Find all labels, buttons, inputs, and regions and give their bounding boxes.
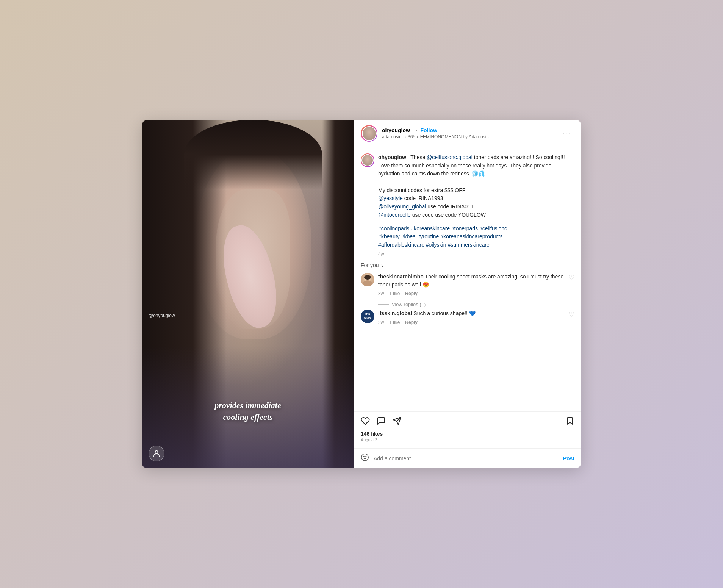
main-comment-meta: 4w bbox=[378, 252, 574, 257]
main-commenter-avatar-inner bbox=[362, 154, 374, 166]
svg-point-2 bbox=[363, 280, 372, 286]
for-you-label: For you bbox=[361, 262, 379, 268]
comment-1-heart-icon[interactable]: ♡ bbox=[568, 273, 574, 282]
follow-button[interactable]: Follow bbox=[421, 127, 437, 133]
comment-row-2: IT.SSKIN itsskin.global Such a curious s… bbox=[361, 310, 574, 325]
hair-top bbox=[184, 120, 322, 189]
emoji-button[interactable] bbox=[361, 453, 369, 464]
comment-2-content: itsskin.global Such a curious shape!! 💙 … bbox=[378, 310, 565, 325]
main-comment-age: 4w bbox=[378, 252, 384, 257]
action-bar: 146 likes August 2 bbox=[354, 411, 581, 448]
commenter-1-avatar[interactable] bbox=[361, 273, 374, 286]
comment-2-meta: 3w 1 like Reply bbox=[378, 320, 565, 325]
content-panel: ohyouglow_ · Follow adamusic_ · 365 x FE… bbox=[354, 120, 581, 468]
mention-yesstyle[interactable]: @yesstyle bbox=[378, 195, 403, 201]
view-replies-line bbox=[378, 304, 389, 305]
likes-count: 146 likes bbox=[361, 431, 574, 437]
profile-icon[interactable] bbox=[149, 446, 164, 461]
svg-point-0 bbox=[155, 451, 158, 454]
header-info: ohyouglow_ · Follow adamusic_ · 365 x FE… bbox=[382, 127, 555, 139]
poster-username[interactable]: ohyouglow_ bbox=[382, 127, 413, 133]
media-image: provides immediate cooling effects @ohyo… bbox=[142, 120, 354, 468]
mention-oliveyoung[interactable]: @oliveyoung_global bbox=[378, 203, 426, 210]
more-button[interactable]: ··· bbox=[560, 128, 574, 139]
svg-point-6 bbox=[362, 454, 368, 461]
post-date: August 2 bbox=[361, 438, 574, 442]
comment-1-age: 3w bbox=[378, 291, 384, 296]
comment-1-reply-btn[interactable]: Reply bbox=[405, 291, 418, 296]
header-sub: adamusic_ · 365 x FEMINONOMENON by Adamu… bbox=[382, 134, 555, 139]
comment-button[interactable] bbox=[377, 416, 386, 428]
post-container: provides immediate cooling effects @ohyo… bbox=[142, 120, 581, 468]
main-username[interactable]: ohyouglow_ bbox=[378, 154, 409, 160]
comment-input[interactable] bbox=[374, 455, 559, 461]
mention-cellfusionc[interactable]: @cellfusionc.global bbox=[427, 154, 473, 160]
video-caption: provides immediate cooling effects bbox=[142, 400, 354, 423]
comment-1-content: theskincarebimbo Their cooling sheet mas… bbox=[378, 273, 565, 296]
commenter-2-avatar[interactable]: IT.SSKIN bbox=[361, 310, 374, 323]
comment-1-meta: 3w 1 like Reply bbox=[378, 291, 565, 296]
comment-2-text: itsskin.global Such a curious shape!! 💙 bbox=[378, 310, 565, 317]
commenter-2-username[interactable]: itsskin.global bbox=[378, 310, 412, 316]
username-row: ohyouglow_ · Follow bbox=[382, 127, 555, 133]
comment-1-likes: 1 like bbox=[389, 291, 400, 296]
main-comment-text: ohyouglow_ These @cellfusionc.global ton… bbox=[378, 153, 574, 219]
share-button[interactable] bbox=[393, 416, 402, 428]
hashtags-text: #coolingpads #koreanskincare #tonerpads … bbox=[378, 225, 507, 248]
main-commenter-avatar[interactable] bbox=[361, 153, 374, 167]
comment-1-text: theskincarebimbo Their cooling sheet mas… bbox=[378, 273, 565, 289]
comment-input-bar: Post bbox=[354, 448, 581, 468]
bookmark-button[interactable] bbox=[565, 416, 574, 428]
for-you-row[interactable]: For you ∨ bbox=[361, 262, 574, 268]
comment-2-likes: 1 like bbox=[389, 320, 400, 325]
mention-intocoreelle[interactable]: @intocoreelle bbox=[378, 212, 411, 218]
poster-avatar-face bbox=[363, 127, 376, 140]
dot-separator: · bbox=[416, 127, 418, 133]
poster-avatar bbox=[362, 126, 377, 141]
main-comment: ohyouglow_ These @cellfusionc.global ton… bbox=[361, 153, 574, 257]
post-comment-button[interactable]: Post bbox=[563, 455, 574, 461]
commenter-1-avatar-face bbox=[361, 273, 374, 286]
for-you-arrow: ∨ bbox=[381, 263, 384, 268]
action-icons-row bbox=[361, 416, 574, 428]
comment-2-age: 3w bbox=[378, 320, 384, 325]
view-replies-1[interactable]: View replies (1) bbox=[378, 302, 574, 307]
commenter-1-username[interactable]: theskincarebimbo bbox=[378, 274, 424, 280]
comment-row-1: theskincarebimbo Their cooling sheet mas… bbox=[361, 273, 574, 296]
svg-point-3 bbox=[364, 275, 371, 280]
media-panel: provides immediate cooling effects @ohyo… bbox=[142, 120, 354, 468]
commenter-2-avatar-face: IT.SSKIN bbox=[361, 310, 374, 323]
like-button[interactable] bbox=[361, 416, 370, 428]
view-replies-label: View replies (1) bbox=[392, 302, 426, 307]
poster-avatar-ring[interactable] bbox=[361, 125, 377, 142]
comment-2-heart-icon[interactable]: ♡ bbox=[568, 310, 574, 319]
watermark: @ohyouglow_ bbox=[149, 313, 177, 318]
post-header: ohyouglow_ · Follow adamusic_ · 365 x FE… bbox=[354, 120, 581, 147]
hashtags-block: #coolingpads #koreanskincare #tonerpads … bbox=[378, 225, 574, 249]
comments-area: ohyouglow_ These @cellfusionc.global ton… bbox=[354, 147, 581, 411]
comment-2-reply-btn[interactable]: Reply bbox=[405, 320, 418, 325]
main-comment-body: ohyouglow_ These @cellfusionc.global ton… bbox=[378, 153, 574, 257]
